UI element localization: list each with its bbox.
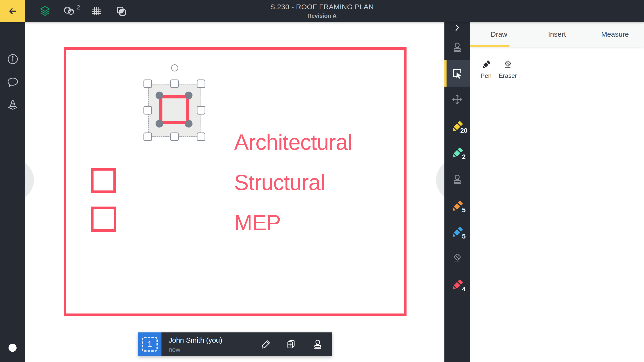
sidebar-item-info[interactable]	[0, 51, 25, 67]
draw-tools: Pen Eraser	[470, 47, 644, 88]
edit-icon	[260, 339, 271, 350]
pen-blue-count: 5	[459, 233, 468, 240]
top-bar: S.230 - ROOF FRAMING PLAN Revision A	[0, 0, 644, 22]
duplicate-icon	[286, 339, 297, 350]
delete-button[interactable]	[338, 339, 348, 350]
compare-sheets-button[interactable]	[115, 0, 127, 22]
annotation-checkbox-2[interactable]	[91, 207, 116, 232]
tools-panel: Draw Insert Measure Pen	[470, 22, 644, 362]
collapse-panel-button[interactable]	[444, 22, 470, 33]
collapse-chevron-icon	[452, 23, 462, 32]
select-icon	[451, 67, 463, 79]
markup-toolbar: 20 2	[444, 22, 470, 362]
sheet-canvas[interactable]: Architectural Structural MEP 1 John Smit…	[25, 22, 444, 362]
sheet-revision: Revision A	[307, 12, 336, 19]
duplicate-button[interactable]	[286, 339, 297, 350]
annotation-text-architectural[interactable]: Architectural	[234, 131, 352, 153]
pages-icon	[115, 5, 127, 17]
edit-button[interactable]	[260, 339, 271, 350]
eraser-icon	[503, 60, 512, 69]
layers-button[interactable]	[39, 0, 51, 22]
eraser-tool-label: Eraser	[499, 72, 517, 79]
stamp-icon	[452, 42, 463, 53]
collaborators-count-badge: 2	[77, 4, 80, 11]
vertex-handle-ne[interactable]	[185, 92, 192, 99]
grid-icon	[91, 5, 102, 17]
layers-icon	[39, 5, 51, 17]
tab-insert[interactable]: Insert	[528, 22, 586, 47]
eraser-tool-item[interactable]: Eraser	[497, 60, 519, 88]
eraser-tool-button[interactable]	[444, 253, 470, 264]
tab-measure[interactable]: Measure	[586, 22, 644, 47]
active-tool-indicator	[444, 60, 446, 87]
collaborators-button[interactable]: 2	[62, 0, 76, 22]
active-tab-underline	[470, 45, 510, 47]
pen-yellow-count: 20	[459, 127, 468, 134]
app-window: Architectural Structural MEP 1 John Smit…	[0, 0, 644, 362]
move-tool-button[interactable]	[444, 94, 470, 105]
info-icon	[7, 53, 18, 65]
pen-tool-item[interactable]: Pen	[475, 60, 497, 88]
eraser-icon	[452, 253, 463, 264]
pen-pink-count: 4	[459, 286, 468, 293]
sidebar-item-issues[interactable]	[0, 96, 25, 113]
rotate-handle[interactable]	[171, 64, 178, 71]
stamp-icon	[452, 174, 463, 185]
sidebar-item-comments[interactable]	[0, 74, 25, 90]
pen-orange-count: 5	[459, 207, 468, 214]
resize-handle-e[interactable]	[197, 106, 205, 114]
stamp-tool-button[interactable]	[444, 42, 470, 53]
select-tool-button[interactable]	[444, 60, 470, 87]
sheet-title: S.230 - ROOF FRAMING PLAN	[270, 3, 374, 11]
selected-annotation-square[interactable]	[159, 95, 189, 124]
resize-handle-ne[interactable]	[197, 79, 205, 88]
vertex-handle-nw[interactable]	[156, 92, 163, 99]
pen-tool-label: Pen	[481, 72, 492, 79]
resize-handle-s[interactable]	[170, 132, 179, 141]
delete-icon	[338, 339, 348, 350]
annotation-info-card: 1 John Smith (you) now	[138, 333, 332, 356]
cone-icon	[7, 99, 19, 111]
tab-draw[interactable]: Draw	[470, 22, 528, 47]
timestamp: now	[168, 346, 180, 354]
back-button[interactable]	[0, 0, 25, 22]
people-icon	[62, 5, 76, 17]
page-number-tile[interactable]: 1	[138, 333, 162, 356]
resize-handle-sw[interactable]	[144, 132, 152, 141]
annotation-info-body: John Smith (you) now	[162, 333, 332, 356]
keyboard-shortcuts-button[interactable]	[0, 360, 25, 362]
stamp-tool-2-button[interactable]	[444, 174, 470, 185]
sync-status-dot	[8, 344, 16, 352]
back-arrow-icon	[7, 5, 18, 17]
left-sidebar	[0, 22, 25, 362]
vertex-handle-sw[interactable]	[156, 120, 163, 127]
grid-toggle-button[interactable]	[91, 0, 102, 22]
resize-handle-w[interactable]	[144, 106, 152, 114]
pen-icon	[481, 60, 491, 69]
author-name: John Smith (you)	[168, 336, 222, 344]
chat-icon	[7, 76, 19, 87]
stamp-button[interactable]	[312, 339, 323, 350]
annotation-text-mep[interactable]: MEP	[234, 212, 280, 234]
resize-handle-se[interactable]	[197, 132, 205, 141]
panel-tab-bar: Draw Insert Measure	[470, 22, 644, 47]
annotation-text-structural[interactable]: Structural	[234, 172, 325, 193]
stamp-icon	[312, 339, 323, 350]
page-number: 1	[142, 337, 158, 352]
pen-teal-count: 2	[459, 153, 468, 161]
annotation-checkbox-1[interactable]	[91, 168, 116, 193]
resize-handle-nw[interactable]	[144, 79, 152, 88]
resize-handle-n[interactable]	[170, 79, 179, 88]
move-icon	[452, 94, 463, 105]
vertex-handle-se[interactable]	[185, 120, 192, 127]
